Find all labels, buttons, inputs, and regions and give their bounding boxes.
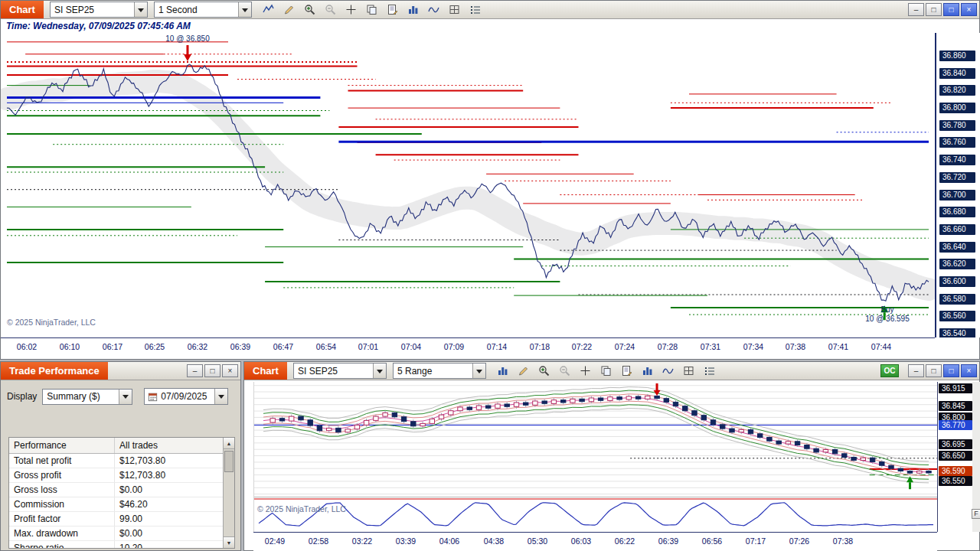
chevron-down-icon[interactable] [119, 390, 132, 404]
time-axis-label: 07:44 [871, 342, 891, 351]
price-axis-label: 36.720 [939, 172, 975, 183]
column-header-all-trades[interactable]: All trades [115, 438, 223, 453]
time-axis-label: 07:09 [444, 342, 464, 351]
chart-window-tab[interactable]: Chart [1, 1, 44, 18]
close-button[interactable]: × [961, 364, 977, 377]
display-row: Display Summary ($) 07/09/2025 [7, 388, 236, 405]
display-dropdown[interactable]: Summary ($) [42, 389, 132, 405]
bar-style-icon[interactable] [494, 364, 512, 379]
indicators-icon[interactable] [425, 2, 443, 18]
time-axis-label: 03:22 [352, 536, 372, 546]
table-row[interactable]: Max. drawdown$0.00 [9, 527, 223, 541]
chart-window-tab[interactable]: Chart [244, 362, 287, 380]
price-axis-label: 36.860 [939, 51, 975, 61]
zoom-out-icon[interactable] [556, 364, 574, 379]
time-axis-label: 07:17 [746, 536, 766, 546]
minimize-button[interactable]: – [908, 3, 924, 16]
properties-icon[interactable] [466, 2, 485, 18]
metric-name: Commission [9, 497, 115, 511]
drawing-tools-icon[interactable] [280, 2, 299, 18]
trade-performance-tab[interactable]: Trade Performance [1, 362, 108, 380]
minimize-button[interactable]: – [187, 364, 203, 377]
chart-style-icon[interactable] [260, 2, 278, 18]
price-axis-label: 36.540 [939, 328, 975, 337]
date-picker[interactable]: 07/09/2025 [144, 388, 228, 405]
metric-value: $12,703.80 [115, 454, 223, 468]
time-axis-label: 07:26 [789, 536, 809, 546]
trade-performance-window: Trade Performance –□× Display Summary ($… [0, 361, 241, 551]
maximize-button[interactable]: □ [943, 3, 959, 16]
sell-marker-label: 10 @ 36.850 [165, 34, 209, 43]
crosshair-icon[interactable] [342, 2, 361, 18]
time-axis-label: 06:03 [571, 536, 591, 546]
oc-button[interactable]: OC [880, 364, 899, 377]
scroll-down-icon[interactable]: ▼ [224, 536, 234, 548]
crosshair-icon[interactable] [577, 364, 595, 379]
display-value: Summary ($) [43, 391, 119, 402]
chart-trader-icon[interactable] [618, 364, 636, 379]
price-axis-tag: 36.915 [939, 383, 972, 393]
time-axis-label: 07:01 [358, 342, 378, 351]
price-axis[interactable]: 36.91536.84536.80036.77036.69536.65036.5… [937, 382, 972, 532]
zoom-in-icon[interactable] [301, 2, 319, 18]
strategies-icon[interactable] [680, 364, 698, 379]
window-controls: –□□× [908, 364, 979, 377]
properties-icon[interactable] [701, 364, 719, 379]
copy-icon[interactable] [363, 2, 381, 18]
table-row[interactable]: Profit factor99.00 [9, 512, 223, 527]
price-axis[interactable]: 36.86036.84036.82036.80036.78036.76036.7… [935, 33, 980, 337]
restore-button[interactable]: □ [926, 3, 942, 16]
restore-button[interactable]: □ [926, 364, 942, 377]
fit-scale-button[interactable]: F [972, 509, 980, 519]
chevron-down-icon[interactable] [134, 2, 147, 17]
price-chart-plot[interactable]: 10 @ 36.850 Buy 10 @ 36.595 © 2025 Ninja… [1, 33, 935, 337]
window-controls: –□□× [908, 3, 979, 16]
table-row[interactable]: Gross loss$0.00 [9, 483, 223, 497]
instrument-dropdown[interactable]: SI SEP25 [293, 363, 387, 379]
time-axis-label: 07:18 [530, 342, 550, 351]
time-axis-label: 06:17 [103, 342, 122, 351]
chart-trader-icon[interactable] [384, 2, 402, 18]
close-button[interactable]: × [222, 364, 238, 377]
table-row[interactable]: Gross profit$12,703.80 [9, 468, 223, 483]
chevron-down-icon[interactable] [214, 389, 227, 404]
table-scrollbar[interactable]: ▲ ▼ [223, 438, 234, 548]
metric-value: 10.20 [115, 541, 223, 549]
chevron-down-icon[interactable] [238, 2, 251, 17]
table-row[interactable]: Total net profit$12,703.80 [9, 454, 223, 468]
chevron-down-icon[interactable] [373, 364, 386, 378]
display-label: Display [7, 391, 37, 402]
scrollbar-thumb[interactable] [224, 451, 234, 472]
close-button[interactable]: × [961, 3, 977, 16]
instrument-dropdown[interactable]: SI SEP25 [50, 2, 148, 18]
time-axis-label: 07:28 [658, 342, 678, 351]
table-row[interactable]: Sharpe ratio10.20 [9, 541, 223, 549]
maximize-button[interactable]: □ [943, 364, 959, 377]
interval-dropdown[interactable]: 1 Second [154, 2, 252, 18]
price-axis-label: 36.700 [939, 190, 975, 201]
zoom-out-icon[interactable] [322, 2, 340, 18]
column-header-performance[interactable]: Performance [9, 438, 115, 453]
range-chart-plot[interactable]: © 2025 NinjaTrader, LLC [253, 382, 937, 532]
metric-name: Sharpe ratio [9, 541, 115, 549]
scroll-up-icon[interactable]: ▲ [224, 438, 234, 449]
titlebar-right-group: OC –□□× [880, 364, 979, 377]
table-row[interactable]: Commission$46.20 [9, 497, 223, 512]
price-axis-label: 36.660 [939, 224, 975, 235]
minimize-button[interactable]: – [908, 364, 924, 377]
data-box-icon[interactable] [639, 364, 657, 379]
time-axis[interactable]: 02:4902:5803:2203:3904:0604:3805:3006:03… [253, 532, 937, 551]
interval-dropdown[interactable]: 5 Range [393, 363, 486, 379]
chevron-down-icon[interactable] [472, 364, 485, 378]
drawing-tools-icon[interactable] [514, 364, 533, 379]
data-box-icon[interactable] [404, 2, 423, 18]
strategies-icon[interactable] [446, 2, 464, 18]
zoom-in-icon[interactable] [535, 364, 554, 379]
copy-icon[interactable] [597, 364, 616, 379]
time-axis-label: 06:47 [273, 342, 293, 351]
time-axis[interactable]: 06:0206:1006:1706:2506:3206:3906:4706:54… [1, 337, 935, 359]
restore-button[interactable]: □ [204, 364, 220, 377]
indicators-icon[interactable] [659, 364, 678, 379]
price-axis-tag: 36.695 [939, 439, 972, 449]
ninjatrader-desktop: Chart SI SEP25 1 Second –□□× Time: Wedne… [0, 0, 980, 551]
